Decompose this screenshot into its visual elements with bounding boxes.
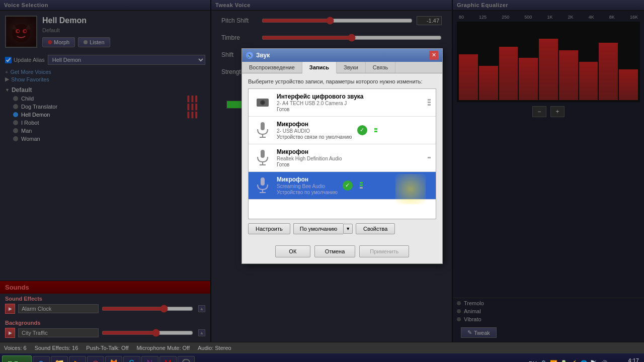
taskbar-app-red[interactable]: M xyxy=(159,356,177,363)
tab-communication[interactable]: Связь xyxy=(366,62,395,73)
set-default-button[interactable]: По умолчанию xyxy=(293,223,343,234)
tray-icon-4[interactable]: ⚡ xyxy=(570,359,578,363)
device-name: Интерфейс цифрового звука xyxy=(277,93,364,100)
device-status: Устройство по умолчанию xyxy=(277,190,338,195)
device-name: Микрофон xyxy=(277,148,342,155)
clock: 4:17 06.01.2014 xyxy=(611,357,639,363)
device-name: Микрофон xyxy=(277,176,338,183)
device-info: Микрофон Realtek High Definition Audio Г… xyxy=(277,148,342,167)
device-item[interactable]: Микрофон 2- USB AUDIO Устройство связи п… xyxy=(249,117,436,144)
device-detail: 2- USB AUDIO xyxy=(277,128,352,134)
status-bar: Voices: 6 Sound Effects: 16 Push-To-Talk… xyxy=(0,342,644,353)
set-default-dropdown[interactable]: ▼ xyxy=(343,224,353,234)
tray-icon-1[interactable]: 🔒 xyxy=(540,359,548,363)
device-info: Микрофон Screaming Bee Audio Устройство … xyxy=(277,176,338,195)
headset-icon: 🎧 xyxy=(181,358,191,362)
device-item[interactable]: Микрофон Realtek High Definition Audio Г… xyxy=(249,144,436,172)
taskbar-app-media[interactable]: ▶ xyxy=(69,356,86,363)
dialog-description: Выберите устройство записи, параметры ко… xyxy=(248,78,436,84)
dialog-footer: ОК Отмена Применить xyxy=(242,241,442,263)
sound-settings-dialog: 🔊 Звук ✕ Воспроизведение Запись Звуки Св… xyxy=(242,48,443,264)
svg-rect-16 xyxy=(261,177,265,186)
chrome-icon: ◉ xyxy=(92,358,99,362)
device-level xyxy=(428,99,431,106)
sound-effects-count: Sound Effects: 16 xyxy=(35,345,78,351)
configure-button[interactable]: Настроить xyxy=(248,223,290,234)
firefox-icon: 🦊 xyxy=(109,358,119,362)
device-name: Микрофон xyxy=(277,121,352,128)
device-level xyxy=(360,182,363,189)
dialog-titlebar: 🔊 Звук ✕ xyxy=(242,49,442,62)
device-status: Готов xyxy=(277,162,342,167)
taskbar-app-skype[interactable]: S xyxy=(123,356,140,363)
app-icon: M xyxy=(165,359,171,363)
taskbar-app-firefox[interactable]: 🦊 xyxy=(105,356,122,363)
properties-button[interactable]: Свойства xyxy=(356,223,395,234)
dialog-action-row: Настроить По умолчанию ▼ Свойства xyxy=(248,219,436,236)
device-detail: Realtek High Definition Audio xyxy=(277,156,342,161)
taskbar-app-headset[interactable]: 🎧 xyxy=(178,356,195,363)
device-item[interactable]: Интерфейс цифрового звука 2- A4 TECH USB… xyxy=(249,89,436,117)
mic-mute-status: Microphone Mute: Off xyxy=(136,345,190,351)
language-indicator: RU xyxy=(529,360,537,363)
apply-button[interactable]: Применить xyxy=(359,245,409,257)
cancel-button[interactable]: Отмена xyxy=(314,245,355,257)
tab-sounds[interactable]: Звуки xyxy=(337,62,366,73)
taskbar-right: RU 🔒 📶 🔋 ⚡ 🌐 📡 🔊 4:17 06.01.2014 xyxy=(526,357,642,363)
taskbar-app-onenote[interactable]: N xyxy=(141,356,158,363)
device-list[interactable]: Интерфейс цифрового звука 2- A4 TECH USB… xyxy=(248,88,436,219)
start-icon: ⊞ xyxy=(8,360,12,362)
taskbar-app-ie[interactable]: e xyxy=(33,356,50,363)
push-to-talk-status: Push-To-Talk: Off xyxy=(86,345,128,351)
device-info: Интерфейс цифрового звука 2- A4 TECH USB… xyxy=(277,93,364,112)
tab-recording[interactable]: Запись xyxy=(302,62,337,73)
default-check-icon: ✓ xyxy=(343,180,353,191)
default-check-icon: ✓ xyxy=(357,125,367,135)
media-icon: ▶ xyxy=(74,358,80,362)
device-detail: Screaming Bee Audio xyxy=(277,184,338,189)
device-status: Устройство связи по умолчанию xyxy=(277,134,352,140)
tab-playback[interactable]: Воспроизведение xyxy=(242,62,302,73)
clock-time: 4:17 xyxy=(611,357,639,363)
default-button-group: По умолчанию ▼ xyxy=(293,223,353,234)
taskbar-app-chrome[interactable]: ◉ xyxy=(87,356,104,363)
device-info: Микрофон 2- USB AUDIO Устройство связи п… xyxy=(277,121,352,140)
svg-point-9 xyxy=(261,101,264,104)
ie-icon: e xyxy=(39,358,44,362)
taskbar: ⊞ Пуск e 📁 ▶ ◉ 🦊 S N M 🎧 RU 🔒 📶 🔋 ⚡ 🌐 📡 xyxy=(0,353,644,362)
dialog-title: Звук xyxy=(256,52,270,59)
tray-icons: 🔒 📶 🔋 ⚡ 🌐 📡 🔊 xyxy=(540,359,608,363)
microphone-icon xyxy=(254,176,272,195)
dialog-close-button[interactable]: ✕ xyxy=(429,51,438,60)
tray-icon-3[interactable]: 🔋 xyxy=(560,359,568,363)
taskbar-app-folder[interactable]: 📁 xyxy=(51,356,68,363)
svg-rect-13 xyxy=(261,150,265,158)
device-level xyxy=(428,157,431,158)
microphone-icon xyxy=(254,121,272,139)
device-item[interactable]: Микрофон Screaming Bee Audio Устройство … xyxy=(249,172,436,200)
tray-icon-6[interactable]: 📡 xyxy=(590,359,598,363)
ok-button[interactable]: ОК xyxy=(275,245,310,257)
dialog-tabs: Воспроизведение Запись Звуки Связь xyxy=(242,62,442,73)
audio-interface-icon xyxy=(254,94,272,112)
device-status: Готов xyxy=(277,107,364,112)
folder-icon: 📁 xyxy=(54,358,64,362)
svg-rect-10 xyxy=(261,122,265,130)
dialog-body: Выберите устройство записи, параметры ко… xyxy=(242,73,442,241)
onenote-icon: N xyxy=(147,359,153,363)
tray-icon-5[interactable]: 🌐 xyxy=(580,359,588,363)
dialog-icon: 🔊 xyxy=(246,52,253,59)
tray-icon-2[interactable]: 📶 xyxy=(550,359,558,363)
microphone-icon xyxy=(254,149,272,167)
audio-status: Audio: Stereo xyxy=(198,345,231,351)
voices-count: Voices: 6 xyxy=(4,345,27,351)
tray-icon-7[interactable]: 🔊 xyxy=(600,359,608,363)
device-detail: 2- A4 TECH USB 2.0 Camera J xyxy=(277,101,364,106)
dialog-overlay: 🔊 Звук ✕ Воспроизведение Запись Звуки Св… xyxy=(0,0,644,342)
skype-icon: S xyxy=(129,359,134,363)
start-button[interactable]: ⊞ Пуск xyxy=(2,355,32,363)
device-level xyxy=(374,128,377,132)
